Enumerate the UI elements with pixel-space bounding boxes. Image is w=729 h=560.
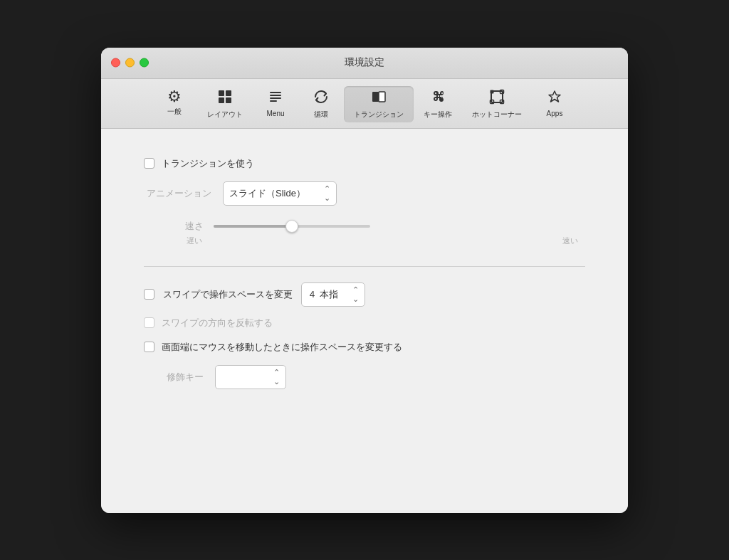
transition-icon	[371, 89, 387, 107]
tab-apps-label: Apps	[547, 110, 563, 117]
close-button[interactable]	[111, 58, 120, 68]
svg-rect-8	[372, 92, 379, 102]
animation-select[interactable]: スライド（Slide） ⌃⌄	[223, 181, 337, 206]
reverse-swipe-label: スワイプの方向を反転する	[162, 317, 273, 329]
content-area: トランジションを使う アニメーション スライド（Slide） ⌃⌄ 速さ 遅い …	[101, 129, 628, 513]
speed-label: 速さ	[147, 220, 204, 233]
cycle-icon	[313, 89, 329, 107]
modifier-key-row: 修飾キー ⌃⌄	[144, 365, 585, 389]
tab-cycle[interactable]: 循環	[298, 86, 344, 122]
tab-apps[interactable]: Apps	[532, 86, 577, 122]
tab-layout[interactable]: レイアウト	[197, 86, 253, 122]
modifier-key-label: 修飾キー	[147, 371, 204, 384]
tab-hotcorner-label: ホットコーナー	[472, 110, 522, 120]
swipe-label: スワイプで操作スペースを変更	[163, 288, 293, 301]
fast-hint: 速い	[562, 236, 578, 246]
speed-section: 速さ 遅い 速い	[144, 220, 585, 246]
finger-chevron-icon: ⌃⌄	[352, 285, 359, 304]
svg-rect-11	[491, 90, 494, 93]
animation-label: アニメーション	[147, 187, 211, 200]
modifier-select[interactable]: ⌃⌄	[215, 365, 286, 389]
traffic-lights	[111, 58, 149, 68]
main-window: 環境設定 ⚙ 一般 レイアウト	[101, 48, 628, 513]
maximize-button[interactable]	[140, 58, 149, 68]
gear-icon: ⚙	[167, 89, 182, 105]
mouse-edge-checkbox[interactable]	[144, 342, 154, 352]
animation-chevron-icon: ⌃⌄	[324, 184, 330, 203]
svg-rect-6	[270, 97, 281, 99]
tab-menu[interactable]: Menu	[253, 86, 298, 122]
slider-thumb[interactable]	[285, 220, 298, 233]
window-title: 環境設定	[345, 56, 384, 69]
toolbar: ⚙ 一般 レイアウト	[101, 79, 628, 129]
svg-rect-7	[270, 100, 277, 102]
tab-layout-label: レイアウト	[207, 110, 243, 120]
slow-hint: 遅い	[187, 236, 202, 246]
tab-menu-label: Menu	[266, 110, 284, 117]
mouse-edge-row: 画面端にマウスを移動したときに操作スペースを変更する	[144, 341, 585, 354]
use-transition-checkbox[interactable]	[144, 158, 154, 169]
finger-value: ４ 本指	[308, 288, 338, 301]
animation-value: スライド（Slide）	[229, 187, 305, 200]
modifier-chevron-icon: ⌃⌄	[273, 368, 280, 386]
svg-rect-1	[226, 90, 231, 96]
tab-hotcorner[interactable]: ホットコーナー	[462, 86, 532, 122]
divider-1	[144, 266, 585, 267]
svg-rect-3	[226, 97, 231, 103]
svg-rect-2	[219, 97, 224, 103]
tab-keyops-label: キー操作	[424, 110, 452, 120]
tab-keyops[interactable]: キー操作	[414, 86, 462, 122]
tab-transition-label: トランジション	[354, 110, 404, 120]
animation-row: アニメーション スライド（Slide） ⌃⌄	[144, 181, 585, 206]
swipe-checkbox[interactable]	[144, 289, 154, 300]
use-transition-row: トランジションを使う	[144, 157, 585, 170]
svg-rect-9	[379, 92, 385, 102]
command-icon	[430, 89, 446, 107]
speed-row: 速さ	[147, 220, 585, 233]
tab-cycle-label: 循環	[314, 110, 328, 120]
apps-icon	[547, 89, 562, 107]
minimize-button[interactable]	[125, 58, 135, 68]
slider-hints: 遅い 速い	[147, 236, 585, 246]
mouse-edge-label: 画面端にマウスを移動したときに操作スペースを変更する	[162, 341, 402, 354]
swipe-row: スワイプで操作スペースを変更 ４ 本指 ⌃⌄	[144, 282, 585, 307]
tab-transition[interactable]: トランジション	[344, 86, 414, 122]
tab-general[interactable]: ⚙ 一般	[152, 86, 197, 122]
hotcorner-icon	[489, 89, 505, 107]
reverse-swipe-checkbox[interactable]	[144, 317, 154, 328]
use-transition-label: トランジションを使う	[162, 157, 254, 170]
svg-rect-4	[270, 92, 281, 93]
svg-rect-0	[219, 90, 224, 96]
speed-slider[interactable]	[214, 225, 370, 228]
menu-icon	[268, 89, 283, 107]
tab-general-label: 一般	[167, 107, 182, 117]
titlebar: 環境設定	[101, 48, 628, 79]
finger-select[interactable]: ４ 本指 ⌃⌄	[301, 282, 365, 307]
layout-icon	[217, 89, 233, 107]
svg-rect-5	[270, 95, 281, 96]
reverse-swipe-row: スワイプの方向を反転する	[144, 317, 585, 329]
